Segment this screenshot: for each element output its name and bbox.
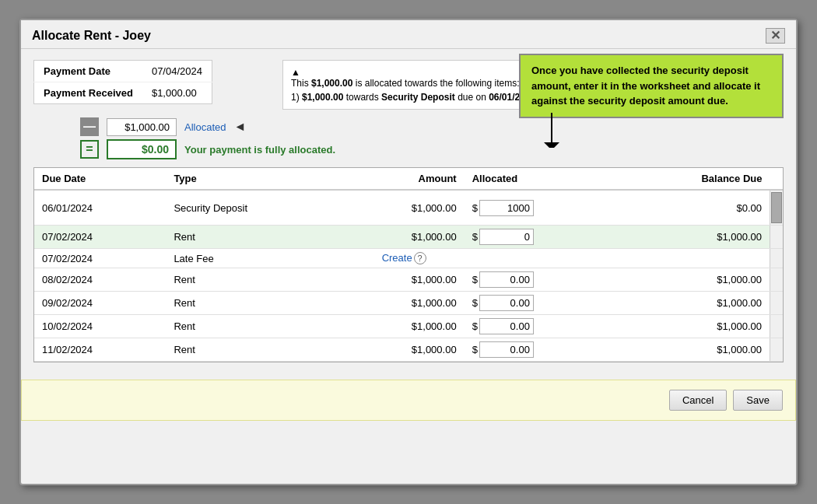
callout-arrow [544,113,591,148]
cell-balance-due: $0.00 [618,190,770,226]
cell-due-date: 08/02/2024 [34,268,166,292]
dollar-sign: $ [472,320,478,332]
payment-received-label: Payment Received [34,82,142,104]
scroll-up-icon[interactable]: ▲ [291,67,300,78]
svg-marker-1 [544,142,559,148]
cell-amount: $1,000.00 [344,268,465,292]
cell-allocated: $ [465,338,619,362]
table-row: 08/02/2024Rent$1,000.00$$1,000.00 [34,268,783,292]
cell-allocated [465,249,619,268]
save-button[interactable]: Save [733,390,783,411]
allocated-link[interactable]: Allocated [184,121,226,133]
table-row: 07/02/2024Rent$1,000.00$$1,000.00 [34,226,783,249]
table-row: 06/01/2024Security Deposit$1,000.00$$0.0… [34,190,783,226]
create-link[interactable]: Create [382,252,412,264]
allocated-input[interactable] [479,229,534,245]
close-button[interactable]: ✕ [766,28,785,44]
cell-amount: $1,000.00 [344,292,465,315]
cell-amount: $1,000.00 [344,338,465,362]
cell-type: Rent [166,226,343,249]
allocated-input[interactable] [479,341,534,358]
minus-row: — $1,000.00 Allocated ◄ [80,117,784,136]
col-amount: Amount [344,168,465,190]
cell-balance-due: $1,000.00 [618,226,770,249]
allocation-amount: $1,000.00 [107,118,177,136]
cell-due-date: 10/02/2024 [34,315,166,338]
col-due-date: Due Date [34,168,166,190]
scrollbar-cell[interactable] [770,268,784,292]
minus-icon: — [80,117,99,136]
table-section: Due Date Type Amount Allocated Balance D… [33,167,784,362]
cell-type: Rent [166,292,343,315]
tooltip-line1: This $1,000.00 is allocated towards the … [291,78,535,89]
arrow-left-icon: ◄ [233,120,246,134]
table-row: 11/02/2024Rent$1,000.00$$1,000.00 [34,338,783,362]
cell-balance-due [618,249,770,268]
scrollbar-cell[interactable] [770,190,784,226]
cell-type: Rent [166,268,343,292]
cell-due-date: 11/02/2024 [34,338,166,362]
dollar-sign: $ [472,202,478,214]
cell-amount: $1,000.00 [344,315,465,338]
cell-due-date: 07/02/2024 [34,226,166,249]
scrollbar-cell[interactable] [770,226,784,249]
cell-balance-due: $1,000.00 [618,292,770,315]
cell-type: Late Fee [166,249,343,268]
dollar-sign: $ [472,297,478,309]
cell-amount: $1,000.00 [344,190,465,226]
cell-amount: Create? [344,249,465,268]
cell-balance-due: $1,000.00 [618,268,770,292]
dialog-title: Allocate Rent - Joey [32,29,151,43]
table-row: 07/02/2024Late FeeCreate? [34,249,783,268]
scrollbar-cell[interactable] [770,292,784,315]
green-callout: Once you have collected the security dep… [519,54,784,118]
cell-type: Rent [166,338,343,362]
cell-type: Rent [166,315,343,338]
col-balance-due: Balance Due [618,168,770,190]
allocate-rent-dialog: Allocate Rent - Joey ✕ Payment Date 07/0… [19,19,798,485]
tooltip-line2: 1) $1,000.00 towards Security Deposit du… [291,92,535,103]
fully-allocated-message: Your payment is fully allocated. [184,144,335,156]
result-amount: $0.00 [107,139,177,159]
scrollbar-header [770,168,784,190]
payment-table: Payment Date 07/04/2024 Payment Received… [33,60,212,104]
cell-allocated: $ [465,190,619,226]
equals-row: = $0.00 Your payment is fully allocated. [80,139,784,159]
scrollbar-cell[interactable] [770,249,784,268]
scrollbar-cell[interactable] [770,338,784,362]
payment-info-box: Payment Date 07/04/2024 Payment Received… [33,60,267,104]
cell-due-date: 07/02/2024 [34,249,166,268]
bottom-bar: Cancel Save [21,380,796,421]
col-type: Type [166,168,343,190]
title-bar: Allocate Rent - Joey ✕ [21,20,796,49]
cell-type: Security Deposit [166,190,343,226]
scrollbar-cell[interactable] [770,315,784,338]
table-row: 10/02/2024Rent$1,000.00$$1,000.00 [34,315,783,338]
dollar-sign: $ [472,274,478,285]
allocated-input[interactable] [479,271,534,288]
payment-date-label: Payment Date [34,61,142,82]
cell-allocated: $ [465,292,619,315]
dollar-sign: $ [472,344,478,355]
cell-amount: $1,000.00 [344,226,465,249]
cancel-button[interactable]: Cancel [669,390,727,411]
table-row: 09/02/2024Rent$1,000.00$$1,000.00 [34,292,783,315]
cell-due-date: 06/01/2024 [34,190,166,226]
scrollbar-thumb[interactable] [771,192,782,223]
cell-allocated: $ [465,226,619,249]
allocations-table: Due Date Type Amount Allocated Balance D… [34,168,783,362]
allocated-input[interactable] [479,318,534,334]
equals-icon: = [80,140,99,159]
payment-date-value: 07/04/2024 [142,61,212,82]
cell-due-date: 09/02/2024 [34,292,166,315]
col-allocated: Allocated [465,168,619,190]
allocated-input[interactable] [479,200,534,216]
cell-allocated: $ [465,315,619,338]
table-header-row: Due Date Type Amount Allocated Balance D… [34,168,783,190]
cell-balance-due: $1,000.00 [618,315,770,338]
help-icon[interactable]: ? [414,252,426,264]
payment-received-value: $1,000.00 [142,82,212,104]
cell-balance-due: $1,000.00 [618,338,770,362]
allocated-input[interactable] [479,295,534,311]
dollar-sign: $ [472,231,478,243]
